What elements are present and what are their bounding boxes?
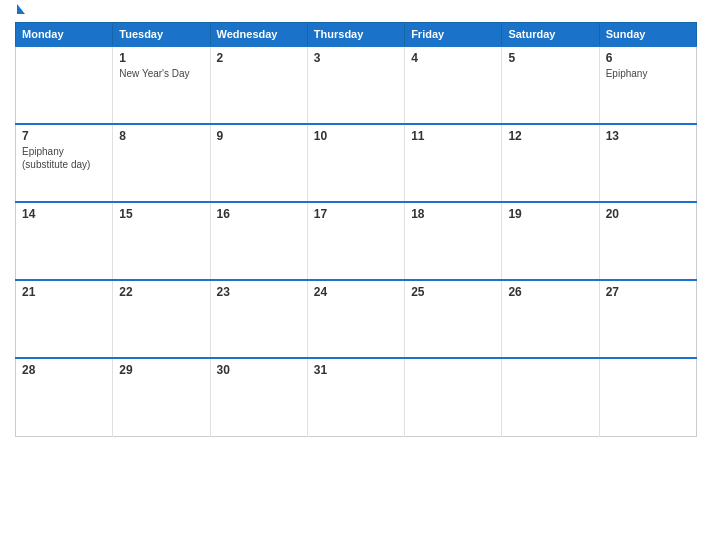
calendar-week-row: 28293031 — [16, 358, 697, 436]
header-sunday: Sunday — [599, 23, 696, 47]
calendar-day-cell: 28 — [16, 358, 113, 436]
calendar-day-cell: 21 — [16, 280, 113, 358]
day-number: 11 — [411, 129, 495, 143]
calendar-day-cell: 6Epiphany — [599, 46, 696, 124]
day-number: 15 — [119, 207, 203, 221]
header-monday: Monday — [16, 23, 113, 47]
calendar-day-cell — [599, 358, 696, 436]
calendar-week-row: 14151617181920 — [16, 202, 697, 280]
calendar-day-cell — [502, 358, 599, 436]
calendar-day-cell: 18 — [405, 202, 502, 280]
day-number: 13 — [606, 129, 690, 143]
header-wednesday: Wednesday — [210, 23, 307, 47]
day-number: 25 — [411, 285, 495, 299]
day-number: 8 — [119, 129, 203, 143]
calendar-day-cell: 3 — [307, 46, 404, 124]
day-number: 19 — [508, 207, 592, 221]
holiday-label: New Year's Day — [119, 67, 203, 80]
calendar-day-cell: 8 — [113, 124, 210, 202]
header-thursday: Thursday — [307, 23, 404, 47]
weekday-header-row: Monday Tuesday Wednesday Thursday Friday… — [16, 23, 697, 47]
calendar-day-cell: 7Epiphany (substitute day) — [16, 124, 113, 202]
day-number: 22 — [119, 285, 203, 299]
day-number: 5 — [508, 51, 592, 65]
calendar-table: Monday Tuesday Wednesday Thursday Friday… — [15, 22, 697, 437]
day-number: 20 — [606, 207, 690, 221]
calendar-day-cell: 12 — [502, 124, 599, 202]
day-number: 27 — [606, 285, 690, 299]
calendar-day-cell: 31 — [307, 358, 404, 436]
day-number: 31 — [314, 363, 398, 377]
calendar-day-cell: 4 — [405, 46, 502, 124]
calendar-week-row: 1New Year's Day23456Epiphany — [16, 46, 697, 124]
calendar-day-cell: 13 — [599, 124, 696, 202]
day-number: 28 — [22, 363, 106, 377]
calendar-day-cell: 26 — [502, 280, 599, 358]
day-number: 1 — [119, 51, 203, 65]
day-number: 16 — [217, 207, 301, 221]
logo-triangle-icon — [17, 4, 25, 14]
calendar-day-cell: 23 — [210, 280, 307, 358]
day-number: 14 — [22, 207, 106, 221]
day-number: 3 — [314, 51, 398, 65]
calendar-page: Monday Tuesday Wednesday Thursday Friday… — [0, 0, 712, 550]
calendar-day-cell: 17 — [307, 202, 404, 280]
calendar-day-cell: 30 — [210, 358, 307, 436]
day-number: 21 — [22, 285, 106, 299]
calendar-day-cell: 20 — [599, 202, 696, 280]
day-number: 18 — [411, 207, 495, 221]
header-friday: Friday — [405, 23, 502, 47]
calendar-day-cell: 19 — [502, 202, 599, 280]
calendar-day-cell: 5 — [502, 46, 599, 124]
calendar-day-cell — [16, 46, 113, 124]
day-number: 12 — [508, 129, 592, 143]
calendar-day-cell: 16 — [210, 202, 307, 280]
day-number: 7 — [22, 129, 106, 143]
calendar-day-cell: 11 — [405, 124, 502, 202]
day-number: 23 — [217, 285, 301, 299]
header-tuesday: Tuesday — [113, 23, 210, 47]
calendar-week-row: 7Epiphany (substitute day)8910111213 — [16, 124, 697, 202]
calendar-week-row: 21222324252627 — [16, 280, 697, 358]
logo — [15, 10, 25, 14]
calendar-day-cell: 27 — [599, 280, 696, 358]
day-number: 17 — [314, 207, 398, 221]
calendar-day-cell: 14 — [16, 202, 113, 280]
calendar-header — [15, 10, 697, 14]
day-number: 10 — [314, 129, 398, 143]
day-number: 4 — [411, 51, 495, 65]
calendar-day-cell: 22 — [113, 280, 210, 358]
day-number: 9 — [217, 129, 301, 143]
header-saturday: Saturday — [502, 23, 599, 47]
day-number: 24 — [314, 285, 398, 299]
holiday-label: Epiphany — [606, 67, 690, 80]
calendar-day-cell: 24 — [307, 280, 404, 358]
calendar-day-cell: 10 — [307, 124, 404, 202]
holiday-label: Epiphany (substitute day) — [22, 145, 106, 171]
day-number: 2 — [217, 51, 301, 65]
day-number: 6 — [606, 51, 690, 65]
calendar-day-cell: 1New Year's Day — [113, 46, 210, 124]
calendar-day-cell: 15 — [113, 202, 210, 280]
day-number: 29 — [119, 363, 203, 377]
day-number: 30 — [217, 363, 301, 377]
calendar-day-cell: 9 — [210, 124, 307, 202]
calendar-day-cell: 2 — [210, 46, 307, 124]
calendar-day-cell: 25 — [405, 280, 502, 358]
day-number: 26 — [508, 285, 592, 299]
calendar-day-cell — [405, 358, 502, 436]
calendar-day-cell: 29 — [113, 358, 210, 436]
